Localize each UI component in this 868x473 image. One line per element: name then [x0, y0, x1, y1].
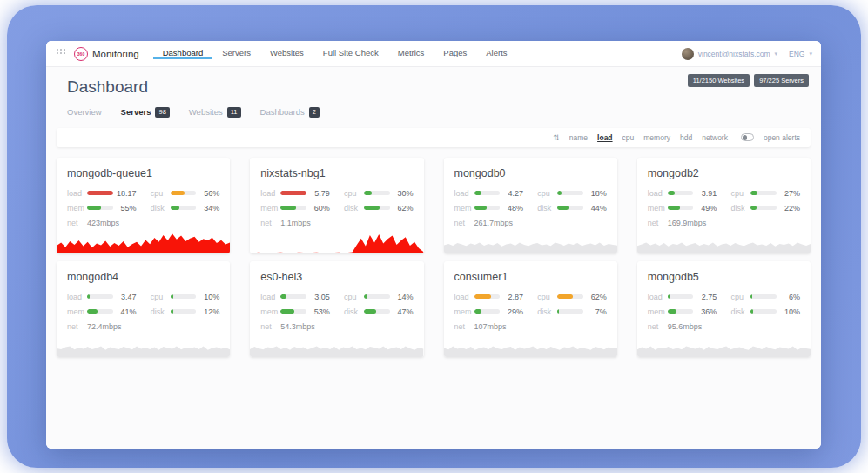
chevron-down-icon: ▾: [775, 51, 778, 57]
load-value: 3.91: [693, 189, 717, 198]
mem-bar: [474, 206, 501, 210]
tab-servers-count-badge: 98: [155, 107, 169, 118]
tab-servers-label: Servers: [121, 107, 151, 117]
net-value: 54.3mbps: [280, 322, 315, 331]
open-alerts-toggle-label[interactable]: open alerts: [764, 133, 800, 142]
net-label: net: [67, 322, 87, 331]
cpu-value: 27%: [777, 189, 800, 198]
top-navbar: 360 Monitoring Dashboard Servers Website…: [46, 41, 821, 67]
server-card[interactable]: nixstats-nbg1load5.79cpu30%mem60%disk62%…: [250, 158, 423, 253]
mem-label: mem: [67, 307, 87, 316]
net-row: net72.4mbps: [67, 322, 219, 331]
navbar-right: vincent@nixstats.com ▾ ENG ▾: [682, 41, 812, 66]
tab-servers[interactable]: Servers 98: [121, 107, 170, 118]
mem-value: 53%: [306, 307, 330, 316]
mem-meter: mem53%: [260, 307, 330, 316]
nav-item-alerts[interactable]: Alerts: [476, 48, 516, 59]
sort-bar: ⇅ name load cpu memory hdd network open …: [57, 128, 811, 147]
disk-label: disk: [730, 307, 750, 316]
load-bar: [280, 294, 306, 299]
servers-usage-badge: 97/225 Servers: [754, 74, 809, 87]
nav-item-servers[interactable]: Servers: [212, 48, 260, 59]
server-sparkline: [637, 233, 811, 253]
mem-value: 49%: [693, 204, 717, 213]
nav-item-metrics[interactable]: Metrics: [388, 48, 434, 59]
load-value: 18.17: [113, 189, 137, 198]
server-sparkline: [57, 233, 230, 253]
tab-overview[interactable]: Overview: [67, 107, 102, 117]
server-card[interactable]: mongodb-queue1load18.17cpu56%mem55%disk3…: [57, 158, 230, 253]
logo[interactable]: 360 Monitoring: [74, 47, 139, 61]
nav-item-full-site-check[interactable]: Full Site Check: [313, 48, 388, 59]
disk-bar: [171, 206, 197, 210]
tab-websites[interactable]: Websites 11: [189, 107, 241, 118]
language-menu[interactable]: ENG: [789, 50, 804, 58]
server-name: mongodb-queue1: [67, 167, 219, 179]
server-name: mongodb4: [67, 271, 219, 283]
metrics-grid: load5.79cpu30%mem60%disk62%: [260, 189, 413, 213]
server-card[interactable]: mongodb4load3.47cpu10%mem41%disk12%net72…: [57, 261, 230, 357]
sort-by-memory[interactable]: memory: [643, 133, 670, 142]
metrics-grid: load18.17cpu56%mem55%disk34%: [67, 189, 219, 213]
metrics-grid: load4.27cpu18%mem48%disk44%: [454, 189, 607, 213]
sort-by-network[interactable]: network: [702, 133, 728, 142]
disk-value: 22%: [777, 204, 800, 213]
tab-websites-count-badge: 11: [227, 107, 241, 118]
server-card[interactable]: es0-hel3load3.05cpu14%mem53%disk47%net54…: [250, 261, 423, 357]
server-card[interactable]: mongodb0load4.27cpu18%mem48%disk44%net26…: [444, 158, 617, 253]
sort-icon: ⇅: [553, 133, 560, 142]
load-meter: load3.47: [67, 293, 137, 301]
sort-by-hdd[interactable]: hdd: [680, 133, 692, 142]
load-meter: load3.05: [260, 293, 330, 301]
mem-meter: mem36%: [648, 307, 717, 316]
disk-label: disk: [730, 204, 750, 213]
logo-text: Monitoring: [92, 49, 139, 59]
user-avatar[interactable]: [682, 48, 694, 60]
nav-item-websites[interactable]: Websites: [260, 48, 313, 59]
load-label: load: [454, 293, 474, 301]
server-sparkline: [250, 233, 423, 253]
load-value: 4.27: [500, 189, 523, 198]
tab-dashboards[interactable]: Dashboards 2: [260, 107, 320, 118]
net-label: net: [260, 219, 280, 227]
cpu-meter: cpu27%: [730, 189, 800, 198]
server-name: es0-hel3: [260, 271, 413, 283]
load-bar: [668, 191, 694, 195]
cpu-meter: cpu56%: [151, 189, 220, 198]
sort-by-cpu[interactable]: cpu: [622, 133, 635, 142]
load-value: 2.75: [693, 293, 717, 301]
cpu-meter: cpu6%: [730, 293, 800, 301]
server-card[interactable]: mongodb2load3.91cpu27%mem49%disk22%net16…: [637, 158, 811, 253]
disk-label: disk: [537, 307, 557, 316]
apps-grid-icon[interactable]: [57, 49, 66, 58]
net-label: net: [67, 219, 87, 227]
server-name: nixstats-nbg1: [260, 167, 413, 179]
nav-item-dashboard[interactable]: Dashboard: [153, 48, 212, 59]
disk-bar: [750, 309, 777, 314]
user-email-menu[interactable]: vincent@nixstats.com: [698, 50, 770, 58]
dashboard-body: Dashboard 11/2150 Websites 97/225 Server…: [46, 67, 821, 449]
sort-by-name[interactable]: name: [569, 133, 588, 142]
disk-meter: disk47%: [344, 307, 414, 316]
load-meter: load4.27: [454, 189, 524, 198]
nav-item-pages[interactable]: Pages: [434, 48, 476, 59]
net-value: 1.1mbps: [280, 219, 311, 227]
server-card[interactable]: consumer1load2.87cpu62%mem29%disk7%net10…: [444, 261, 617, 357]
disk-bar: [557, 206, 583, 210]
net-row: net95.6mbps: [648, 322, 800, 331]
dashboard-header: Dashboard 11/2150 Websites 97/225 Server…: [46, 67, 821, 107]
load-bar: [474, 294, 501, 299]
disk-meter: disk22%: [730, 204, 800, 213]
disk-value: 44%: [583, 204, 607, 213]
server-sparkline: [444, 233, 617, 253]
net-row: net1.1mbps: [260, 219, 413, 227]
open-alerts-toggle-icon[interactable]: [741, 133, 754, 141]
server-card[interactable]: mongodb5load2.75cpu6%mem36%disk10%net95.…: [637, 261, 811, 357]
cpu-value: 30%: [390, 189, 414, 198]
sort-by-load[interactable]: load: [597, 133, 612, 142]
logo-360-icon: 360: [74, 47, 88, 61]
disk-meter: disk7%: [537, 307, 607, 316]
cpu-bar: [750, 191, 777, 195]
load-bar: [87, 294, 113, 299]
load-bar: [668, 294, 694, 299]
